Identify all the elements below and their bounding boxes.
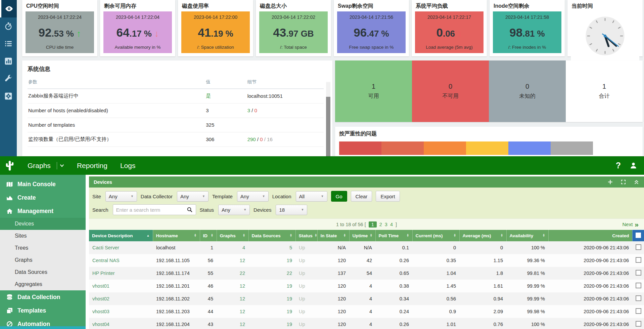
data-collector-select[interactable]: Any▼ — [177, 191, 209, 202]
home-icon — [6, 208, 13, 215]
search-icon[interactable] — [187, 207, 193, 213]
sidebar-item-management[interactable]: Management — [0, 204, 86, 218]
help-icon[interactable]: ? — [616, 161, 621, 170]
sidebar-item-sites[interactable]: Sites — [0, 230, 86, 242]
zabbix-sidebar-item-wrench[interactable] — [0, 70, 17, 87]
location-select[interactable]: All▼ — [296, 191, 327, 202]
scrollbar-thumb[interactable] — [326, 97, 330, 156]
column-header-average-ms-[interactable]: Average (ms)▲▼ — [459, 230, 506, 241]
row-checkbox[interactable] — [636, 244, 641, 250]
device-link[interactable]: vhost04 — [92, 322, 109, 327]
column-header-availability[interactable]: Availability▲▼ — [506, 230, 548, 241]
row-checkbox[interactable] — [636, 308, 641, 314]
page-link-1[interactable]: 1 — [369, 221, 377, 228]
row-checkbox[interactable] — [636, 295, 641, 301]
sidebar-item-graphs[interactable]: Graphs — [0, 254, 86, 266]
column-header-poll-time[interactable]: Poll Time▲▼ — [375, 230, 412, 241]
system-info-param: Number of hosts (enabled/disabled) — [28, 103, 205, 118]
nav-item-reporting[interactable]: Reporting — [77, 162, 107, 170]
sort-ascending-icon: ▲ — [147, 234, 150, 237]
column-header-graphs[interactable]: Graphs▲▼ — [217, 230, 248, 241]
column-header-data-sources[interactable]: Data Sources▲▼ — [248, 230, 295, 241]
column-header-status[interactable]: Status▲▼ — [295, 230, 317, 241]
site-select[interactable]: Any▼ — [105, 191, 137, 202]
page-link-3[interactable]: 3 — [385, 222, 387, 227]
cacti-logo[interactable] — [0, 156, 19, 175]
cell-value: 42 — [367, 258, 372, 263]
user-icon[interactable] — [630, 162, 637, 169]
graphs-count-link[interactable]: 12 — [240, 258, 245, 263]
graphs-count-link[interactable]: 12 — [240, 296, 245, 301]
sidebar-item-devices[interactable]: Devices — [0, 218, 86, 230]
device-link[interactable]: vhost02 — [92, 296, 109, 301]
add-device-icon[interactable] — [607, 179, 613, 185]
column-header-hostname[interactable]: Hostname▲▼ — [153, 230, 200, 241]
zabbix-sidebar-item-stopwatch[interactable] — [0, 17, 17, 35]
device-link[interactable]: vhost03 — [92, 309, 109, 314]
page-link-4[interactable]: 4 — [390, 222, 393, 227]
data-sources-count-link[interactable]: 19 — [287, 258, 292, 263]
data-sources-count-link[interactable]: 5 — [289, 245, 292, 250]
row-checkbox[interactable] — [636, 321, 641, 327]
column-header-created[interactable]: Created — [548, 230, 632, 241]
sidebar-item-aggregates[interactable]: Aggregates — [0, 278, 86, 290]
cell-value: 0.26 — [400, 258, 409, 263]
go-button[interactable]: Go — [331, 191, 347, 202]
export-button[interactable]: Export — [376, 191, 400, 202]
zabbix-sidebar-item-list[interactable] — [0, 35, 17, 52]
sidebar-item-trees[interactable]: Trees — [0, 242, 86, 254]
cell-value: 1 — [211, 245, 213, 250]
device-link[interactable]: vhost01 — [92, 283, 109, 289]
page-link-2[interactable]: 2 — [379, 222, 382, 227]
sidebar-item-data-collection[interactable]: Data Collection — [0, 290, 86, 304]
availability-label: 可用 — [368, 93, 379, 100]
column-header-in-state[interactable]: In State▲▼ — [317, 230, 349, 241]
search-input[interactable] — [116, 207, 187, 213]
data-sources-count-link[interactable]: 22 — [287, 271, 292, 276]
data-sources-count-link[interactable]: 19 — [287, 309, 292, 314]
graphs-count-link[interactable]: 12 — [240, 283, 245, 289]
map-icon — [6, 181, 13, 188]
sidebar-item-templates[interactable]: Templates — [0, 304, 86, 317]
nav-item-logs[interactable]: Logs — [120, 162, 136, 170]
devices-per-page-select[interactable]: 18▼ — [276, 205, 307, 215]
column-header-current-ms-[interactable]: Current (ms)▲▼ — [412, 230, 459, 241]
template-select[interactable]: Any▼ — [237, 191, 269, 202]
scrollbar-track[interactable] — [326, 82, 330, 156]
data-sources-count-link[interactable]: 19 — [287, 296, 292, 301]
column-header-uptime[interactable]: Uptime▲▼ — [349, 230, 375, 241]
column-header-id[interactable]: ID▲▼ — [200, 230, 217, 241]
row-checkbox[interactable] — [636, 270, 641, 276]
data-sources-count-link[interactable]: 19 — [287, 322, 292, 327]
sidebar-item-create[interactable]: Create — [0, 191, 86, 204]
device-link[interactable]: HP Printer — [92, 271, 115, 276]
device-link[interactable]: Central NAS — [92, 258, 120, 263]
next-page-link[interactable]: Next » — [622, 219, 639, 230]
graphs-count-link[interactable]: 22 — [240, 271, 245, 276]
sidebar-item-main-console[interactable]: Main Console — [0, 177, 86, 191]
zabbix-sidebar-item-gear[interactable] — [0, 87, 17, 105]
column-header-device-description[interactable]: Device Description▲ — [89, 230, 153, 241]
zabbix-sidebar-item-bar-chart[interactable] — [0, 52, 17, 70]
sort-icon: ▲▼ — [315, 234, 317, 237]
sidebar-item-data-sources[interactable]: Data Sources — [0, 266, 86, 278]
row-checkbox[interactable] — [636, 283, 641, 288]
graphs-count-link[interactable]: 12 — [240, 322, 245, 327]
device-link[interactable]: Cacti Server — [92, 245, 119, 250]
zabbix-main: CPU空闲时间2023-04-14 17:22:2492.53 %↑CPU id… — [17, 0, 644, 156]
clear-button[interactable]: Clear — [351, 191, 372, 202]
row-checkbox[interactable] — [636, 257, 641, 263]
caret-down-icon: ▼ — [262, 195, 265, 198]
select-all-checkbox[interactable] — [636, 233, 641, 238]
graphs-count-link[interactable]: 12 — [240, 309, 245, 314]
zabbix-sidebar-item-eye[interactable] — [0, 0, 17, 17]
select-all-checkbox-cell[interactable] — [632, 230, 644, 241]
graphs-count-link[interactable]: 4 — [242, 245, 245, 250]
data-sources-count-link[interactable]: 19 — [287, 283, 292, 289]
cell-value: 192.168.11.202 — [156, 296, 190, 301]
status-value: Up — [299, 271, 305, 276]
fullscreen-icon[interactable] — [620, 179, 626, 185]
collapse-icon[interactable] — [634, 179, 639, 185]
status-select[interactable]: Any▼ — [218, 205, 250, 215]
nav-item-graphs[interactable]: Graphs — [28, 162, 64, 170]
